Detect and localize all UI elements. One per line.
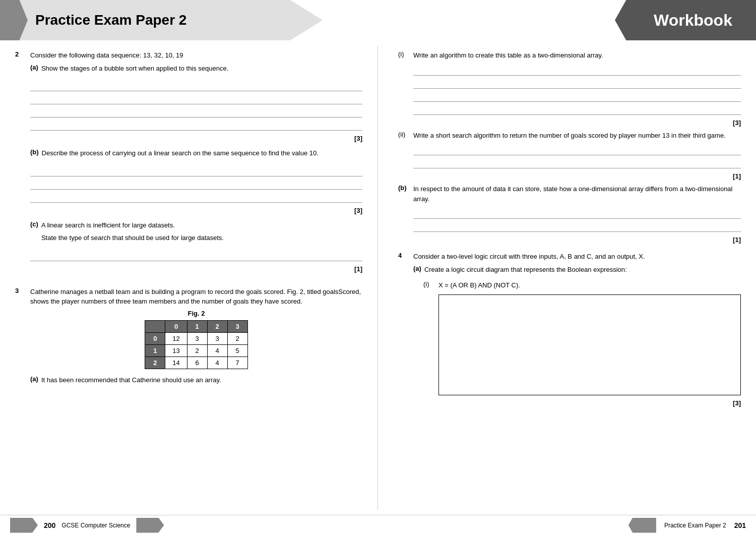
q3-content: Catherine manages a netball team and is …	[30, 287, 362, 394]
q2-part-c: (c) A linear search is inefficient for l…	[30, 220, 362, 273]
table-cell: 5	[227, 344, 247, 356]
q4ai-roman: (i)	[423, 280, 438, 407]
q2-part-a: (a) Show the stages of a bubble sort whe…	[30, 64, 362, 143]
q4ai-block: (i) X = (A OR B) AND (NOT C). [3]	[413, 280, 741, 407]
workbook-label: Workbook	[639, 11, 732, 30]
q2b-label: (b)	[30, 148, 39, 161]
q3a-text: It has been recommended that Catherine s…	[41, 375, 221, 385]
table-cell: 7	[227, 356, 247, 369]
answer-line	[30, 179, 362, 190]
table-header-cell: 3	[227, 320, 247, 332]
table-header-cell: 2	[207, 320, 227, 332]
answer-line	[413, 91, 741, 102]
q4-part-a: (a) Create a logic circuit diagram that …	[413, 265, 741, 407]
table-cell: 12	[165, 332, 187, 344]
q3ai-content: Write an algorithm to create this table …	[413, 50, 741, 127]
table-header-row: 0 1 2 3	[145, 320, 247, 332]
table-header-cell: 0	[165, 320, 187, 332]
logic-circuit-diagram	[438, 294, 741, 395]
header-right: Workbook	[378, 0, 756, 40]
table-row: 1 13 2 4 5	[145, 344, 247, 356]
q2-part-b: (b) Describe the process of carrying out…	[30, 148, 362, 214]
q3aii-marks: [1]	[733, 172, 741, 180]
q3b-answer-area	[413, 208, 741, 232]
footer-right-page: 201	[734, 521, 746, 529]
footer-left-inner: 200 GCSE Computer Science	[10, 518, 368, 533]
table-cell: 4	[207, 344, 227, 356]
table-cell: 3	[187, 332, 207, 344]
table-header-cell: 1	[187, 320, 207, 332]
page-container: Practice Exam Paper 2 Workbook 2 Conside…	[0, 0, 756, 535]
table-cell: 13	[165, 344, 187, 356]
q3ai-marks-row: [3]	[413, 119, 741, 127]
q3aii-roman: (ii)	[398, 131, 413, 181]
question-3: 3 Catherine manages a netball team and i…	[15, 287, 362, 394]
q2c-text2: State the type of search that should be …	[41, 233, 224, 243]
answer-line	[413, 65, 741, 76]
q3ai-roman: (i)	[398, 50, 413, 127]
answer-line	[30, 106, 362, 117]
q3b-content: In respect to the amount of data it can …	[413, 184, 741, 244]
table-row: 0 12 3 3 2	[145, 332, 247, 344]
q2b-text: Describe the process of carrying out a l…	[42, 148, 319, 158]
q4a-text: Create a logic circuit diagram that repr…	[424, 265, 627, 275]
answer-line	[413, 208, 741, 219]
q2a-label: (a)	[30, 64, 38, 77]
page-footer: 200 GCSE Computer Science Practice Exam …	[0, 515, 756, 535]
q2c-marks-row: [1]	[30, 265, 362, 273]
answer-line	[413, 78, 741, 89]
answer-line	[413, 104, 741, 115]
answer-line	[413, 221, 741, 232]
table-cell: 0	[145, 332, 165, 344]
q3a-label: (a)	[30, 375, 38, 388]
main-content: 2 Consider the following data sequence: …	[0, 40, 756, 515]
q2b-answer-area	[30, 165, 362, 203]
question-2: 2 Consider the following data sequence: …	[15, 50, 362, 279]
footer-subject: GCSE Computer Science	[61, 522, 130, 529]
table-cell: 3	[207, 332, 227, 344]
answer-line	[30, 80, 362, 91]
right-column: (i) Write an algorithm to create this ta…	[378, 45, 756, 510]
q3b-text: In respect to the amount of data it can …	[413, 184, 741, 204]
footer-left: 200 GCSE Computer Science	[0, 515, 378, 535]
q2a-marks-row: [3]	[30, 135, 362, 142]
q3aii-text: Write a short search algorithm to return…	[413, 131, 741, 141]
table-cell: 4	[207, 356, 227, 369]
q3-part-a: (a) It has been recommended that Catheri…	[30, 375, 362, 388]
answer-line	[413, 157, 741, 168]
q4a-label: (a)	[413, 265, 421, 278]
q2c-label: (c)	[30, 220, 38, 246]
q4-number: 4	[398, 252, 413, 413]
table-header-cell	[145, 320, 165, 332]
q2a-answer-area	[30, 80, 362, 131]
q2c-answer-area	[30, 250, 362, 261]
table-row: 2 14 6 4 7	[145, 356, 247, 369]
answer-line	[30, 165, 362, 176]
table-cell: 2	[227, 332, 247, 344]
q3aii-content: Write a short search algorithm to return…	[413, 131, 741, 181]
footer-right-arrow	[628, 518, 656, 533]
q4-intro: Consider a two-level logic circuit with …	[413, 252, 741, 262]
footer-right-text: Practice Exam Paper 2	[664, 522, 726, 529]
goals-table: 0 1 2 3 0 12 3 3	[145, 320, 247, 369]
footer-left-arrow	[10, 518, 38, 533]
q3ai-answer-area	[413, 65, 741, 115]
q3ai-marks: [3]	[733, 119, 741, 127]
answer-line	[413, 144, 741, 155]
footer-arrow-right	[136, 518, 164, 533]
q3b-marks-row: [1]	[413, 236, 741, 244]
workbook-badge: Workbook	[615, 0, 756, 40]
table-cell: 1	[145, 344, 165, 356]
q4-content: Consider a two-level logic circuit with …	[413, 252, 741, 413]
q3b-marks: [1]	[733, 236, 741, 244]
answer-line	[30, 120, 362, 131]
q4ai-expression: X = (A OR B) AND (NOT C).	[438, 280, 741, 290]
table-cell: 14	[165, 356, 187, 369]
answer-line	[30, 192, 362, 203]
q2a-text: Show the stages of a bubble sort when ap…	[41, 64, 228, 74]
q4ai-marks: [3]	[733, 399, 741, 407]
q3ai-text: Write an algorithm to create this table …	[413, 50, 741, 61]
q3b-block: (b) In respect to the amount of data it …	[398, 184, 741, 244]
answer-line	[30, 250, 362, 261]
fig2-title: Fig. 2	[30, 310, 362, 317]
